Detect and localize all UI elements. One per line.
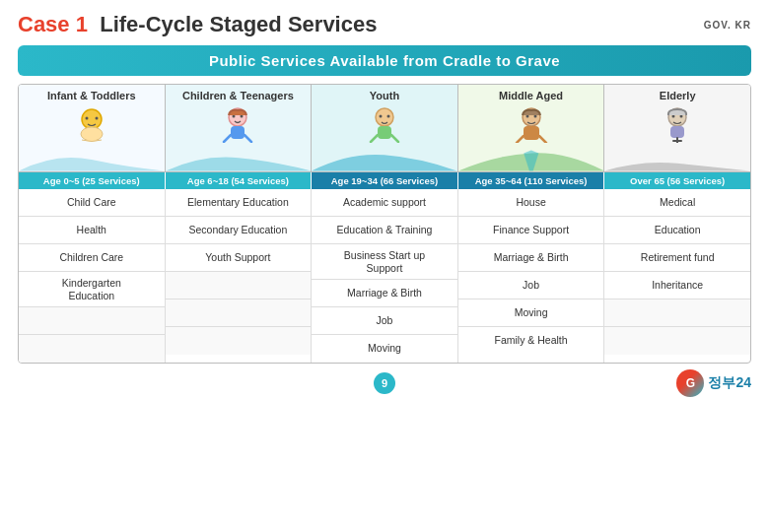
age-cell-elderly: Over 65 (56 Services): [604, 172, 750, 189]
service-cell: Job: [458, 272, 604, 299]
stage-col-infant: Infant & Toddlers: [19, 85, 166, 171]
stage-label-infant: Infant & Toddlers: [47, 85, 136, 103]
title-subtitle: Life-Cycle Staged Services: [100, 12, 377, 36]
service-cell: Marriage & Birth: [458, 244, 604, 272]
service-cell: Child Care: [19, 189, 165, 217]
logo-text: 정부24: [708, 374, 751, 392]
service-cell: Secondary Education: [166, 217, 312, 244]
services-col-youth: Academic support Education & Training Bu…: [312, 189, 458, 363]
service-cell: Finance Support: [458, 217, 604, 244]
service-cell: Academic support: [312, 189, 457, 217]
lifecycle-container: Infant & Toddlers Childr: [18, 84, 751, 364]
services-col-elderly: Medical Education Retirement fund Inheri…: [604, 189, 750, 363]
service-cell: Moving: [312, 335, 457, 363]
svg-point-1: [85, 117, 88, 120]
service-cell-empty: [166, 327, 312, 355]
service-cell: Business Start upSupport: [312, 244, 457, 280]
service-cell: House: [458, 189, 604, 217]
svg-rect-20: [670, 126, 684, 138]
service-cell: Marriage & Birth: [312, 280, 457, 307]
services-grid: Child Care Health Children Care Kinderga…: [19, 189, 750, 363]
age-cell-children: Age 6~18 (54 Services): [166, 172, 313, 189]
stage-icon-infant: [68, 103, 115, 150]
services-col-infant: Child Care Health Children Care Kinderga…: [19, 189, 166, 363]
service-cell: Education: [604, 217, 750, 244]
main-title: Case 1 Life-Cycle Staged Services: [18, 12, 377, 37]
service-cell-empty: [166, 299, 312, 327]
svg-rect-15: [524, 126, 539, 140]
banner: Public Services Available from Cradle to…: [18, 45, 751, 76]
service-cell: Job: [312, 307, 457, 335]
stage-col-youth: Youth: [312, 85, 458, 171]
stage-col-children: Children & Teenagers: [166, 85, 313, 171]
page: Case 1 Life-Cycle Staged Services GOV. K…: [0, 0, 769, 532]
service-cell: KindergartenEducation: [19, 272, 165, 307]
services-col-children: Elementary Education Secondary Education…: [166, 189, 313, 363]
stage-col-middle: Middle Aged: [458, 85, 605, 171]
service-cell: Elementary Education: [166, 189, 312, 217]
svg-point-2: [95, 117, 98, 120]
svg-point-10: [386, 115, 389, 118]
service-cell: Youth Support: [166, 244, 312, 272]
service-cell-empty: [19, 307, 165, 335]
stage-label-middle: Middle Aged: [499, 85, 563, 103]
age-cell-infant: Age 0~5 (25 Services): [19, 172, 166, 189]
stage-icon-youth: [361, 103, 408, 150]
age-cell-youth: Age 19~34 (66 Services): [312, 172, 458, 189]
service-cell: Family & Health: [458, 327, 604, 355]
service-cell: Medical: [604, 189, 750, 217]
bottom-row: 9 G 정부24: [18, 369, 751, 397]
stage-icon-middle: [508, 103, 555, 150]
service-cell: Inheritance: [604, 272, 750, 299]
gov-label: GOV. KR: [704, 20, 751, 31]
svg-rect-7: [231, 126, 245, 139]
logo-icon: G: [676, 369, 704, 397]
service-cell-empty: [604, 327, 750, 355]
service-cell: Health: [19, 217, 165, 244]
case-number: Case 1: [18, 12, 88, 36]
age-bar: Age 0~5 (25 Services) Age 6~18 (54 Servi…: [19, 172, 750, 189]
stage-icon-elderly: [654, 103, 701, 150]
stage-icon-children: [214, 103, 261, 150]
stage-label-youth: Youth: [370, 85, 399, 103]
title-row: Case 1 Life-Cycle Staged Services GOV. K…: [18, 12, 751, 37]
stage-label-elderly: Elderly: [660, 85, 696, 103]
service-cell-empty: [19, 335, 165, 363]
svg-point-9: [379, 115, 382, 118]
svg-rect-11: [378, 126, 391, 139]
service-cell-empty: [166, 272, 312, 299]
stage-label-children: Children & Teenagers: [182, 85, 294, 103]
stage-headers: Infant & Toddlers Childr: [19, 85, 750, 172]
service-cell: Children Care: [19, 244, 165, 272]
age-cell-middle: Age 35~64 (110 Services): [458, 172, 605, 189]
svg-point-3: [81, 127, 103, 141]
service-cell: Moving: [458, 299, 604, 327]
service-cell-empty: [604, 299, 750, 327]
stage-col-elderly: Elderly: [604, 85, 750, 171]
services-col-middle: House Finance Support Marriage & Birth J…: [458, 189, 605, 363]
service-cell: Education & Training: [312, 217, 457, 244]
page-number: 9: [374, 372, 395, 394]
service-cell: Retirement fund: [604, 244, 750, 272]
